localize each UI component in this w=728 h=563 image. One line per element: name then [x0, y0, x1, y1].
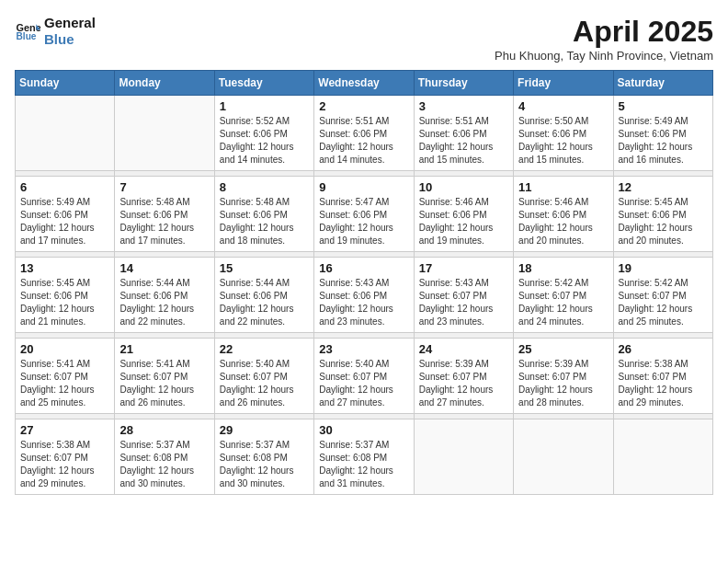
day-number: 7 [119, 180, 209, 194]
day-number: 22 [220, 342, 309, 356]
calendar-week-row: 20Sunrise: 5:41 AM Sunset: 6:07 PM Dayli… [16, 339, 713, 414]
calendar-cell: 30Sunrise: 5:37 AM Sunset: 6:08 PM Dayli… [314, 419, 414, 495]
calendar-cell [16, 96, 115, 171]
calendar-cell: 6Sunrise: 5:49 AM Sunset: 6:06 PM Daylig… [16, 177, 115, 252]
weekday-header-row: SundayMondayTuesdayWednesdayThursdayFrid… [16, 71, 713, 96]
page-header: General Blue GeneralBlue April 2025 Phu … [15, 15, 713, 63]
day-number: 5 [619, 99, 708, 113]
day-info: Sunrise: 5:37 AM Sunset: 6:08 PM Dayligh… [319, 439, 408, 490]
calendar-cell: 29Sunrise: 5:37 AM Sunset: 6:08 PM Dayli… [214, 419, 313, 495]
day-number: 19 [619, 261, 708, 275]
day-info: Sunrise: 5:37 AM Sunset: 6:08 PM Dayligh… [220, 439, 309, 490]
calendar-cell: 23Sunrise: 5:40 AM Sunset: 6:07 PM Dayli… [314, 339, 414, 414]
day-info: Sunrise: 5:46 AM Sunset: 6:06 PM Dayligh… [518, 196, 608, 247]
calendar-cell [613, 419, 712, 495]
month-title: April 2025 [495, 15, 713, 49]
day-info: Sunrise: 5:49 AM Sunset: 6:06 PM Dayligh… [20, 196, 109, 247]
calendar-cell: 12Sunrise: 5:45 AM Sunset: 6:06 PM Dayli… [613, 177, 712, 252]
day-info: Sunrise: 5:44 AM Sunset: 6:06 PM Dayligh… [220, 277, 309, 328]
day-number: 4 [518, 99, 608, 113]
calendar-cell: 8Sunrise: 5:48 AM Sunset: 6:06 PM Daylig… [214, 177, 313, 252]
calendar-cell: 16Sunrise: 5:43 AM Sunset: 6:06 PM Dayli… [314, 258, 414, 333]
calendar-cell: 25Sunrise: 5:39 AM Sunset: 6:07 PM Dayli… [514, 339, 613, 414]
day-info: Sunrise: 5:40 AM Sunset: 6:07 PM Dayligh… [319, 358, 408, 409]
day-number: 21 [119, 342, 209, 356]
calendar-week-row: 13Sunrise: 5:45 AM Sunset: 6:06 PM Dayli… [16, 258, 713, 333]
calendar-cell: 22Sunrise: 5:40 AM Sunset: 6:07 PM Dayli… [214, 339, 313, 414]
calendar-cell: 5Sunrise: 5:49 AM Sunset: 6:06 PM Daylig… [613, 96, 712, 171]
calendar-week-row: 6Sunrise: 5:49 AM Sunset: 6:06 PM Daylig… [16, 177, 713, 252]
calendar-cell: 13Sunrise: 5:45 AM Sunset: 6:06 PM Dayli… [16, 258, 115, 333]
logo-icon: General Blue [15, 18, 40, 44]
calendar-cell [414, 419, 513, 495]
day-info: Sunrise: 5:39 AM Sunset: 6:07 PM Dayligh… [518, 358, 608, 409]
calendar-cell: 11Sunrise: 5:46 AM Sunset: 6:06 PM Dayli… [514, 177, 613, 252]
day-number: 2 [319, 99, 408, 113]
calendar-cell: 2Sunrise: 5:51 AM Sunset: 6:06 PM Daylig… [314, 96, 414, 171]
calendar-cell: 3Sunrise: 5:51 AM Sunset: 6:06 PM Daylig… [414, 96, 513, 171]
svg-text:Blue: Blue [17, 31, 37, 41]
calendar-cell: 26Sunrise: 5:38 AM Sunset: 6:07 PM Dayli… [613, 339, 712, 414]
weekday-header-saturday: Saturday [613, 71, 712, 96]
day-info: Sunrise: 5:39 AM Sunset: 6:07 PM Dayligh… [419, 358, 508, 409]
day-number: 17 [419, 261, 508, 275]
day-number: 29 [220, 423, 309, 437]
calendar-cell: 4Sunrise: 5:50 AM Sunset: 6:06 PM Daylig… [514, 96, 613, 171]
day-info: Sunrise: 5:51 AM Sunset: 6:06 PM Dayligh… [319, 115, 408, 167]
logo: General Blue GeneralBlue [15, 15, 96, 48]
title-block: April 2025 Phu Khuong, Tay Ninh Province… [495, 15, 713, 63]
day-number: 14 [119, 261, 209, 275]
day-info: Sunrise: 5:46 AM Sunset: 6:06 PM Dayligh… [419, 196, 508, 247]
day-number: 30 [319, 423, 408, 437]
day-number: 6 [20, 180, 109, 194]
calendar-cell [514, 419, 613, 495]
calendar-cell: 24Sunrise: 5:39 AM Sunset: 6:07 PM Dayli… [414, 339, 513, 414]
day-info: Sunrise: 5:52 AM Sunset: 6:06 PM Dayligh… [220, 115, 309, 167]
calendar-cell: 27Sunrise: 5:38 AM Sunset: 6:07 PM Dayli… [16, 419, 115, 495]
day-number: 13 [20, 261, 109, 275]
calendar-cell: 21Sunrise: 5:41 AM Sunset: 6:07 PM Dayli… [115, 339, 214, 414]
calendar-cell: 15Sunrise: 5:44 AM Sunset: 6:06 PM Dayli… [214, 258, 313, 333]
calendar-cell: 14Sunrise: 5:44 AM Sunset: 6:06 PM Dayli… [115, 258, 214, 333]
day-info: Sunrise: 5:45 AM Sunset: 6:06 PM Dayligh… [619, 196, 708, 247]
day-info: Sunrise: 5:37 AM Sunset: 6:08 PM Dayligh… [119, 439, 209, 490]
day-number: 28 [119, 423, 209, 437]
day-info: Sunrise: 5:51 AM Sunset: 6:06 PM Dayligh… [419, 115, 508, 167]
day-info: Sunrise: 5:47 AM Sunset: 6:06 PM Dayligh… [319, 196, 408, 247]
calendar-week-row: 1Sunrise: 5:52 AM Sunset: 6:06 PM Daylig… [16, 96, 713, 171]
day-number: 8 [220, 180, 309, 194]
day-info: Sunrise: 5:42 AM Sunset: 6:07 PM Dayligh… [619, 277, 708, 328]
day-info: Sunrise: 5:38 AM Sunset: 6:07 PM Dayligh… [20, 439, 109, 490]
weekday-header-tuesday: Tuesday [214, 71, 313, 96]
day-info: Sunrise: 5:49 AM Sunset: 6:06 PM Dayligh… [619, 115, 708, 167]
logo-text: GeneralBlue [44, 15, 96, 48]
calendar-cell: 28Sunrise: 5:37 AM Sunset: 6:08 PM Dayli… [115, 419, 214, 495]
weekday-header-thursday: Thursday [414, 71, 513, 96]
day-number: 15 [220, 261, 309, 275]
day-number: 24 [419, 342, 508, 356]
day-info: Sunrise: 5:43 AM Sunset: 6:06 PM Dayligh… [319, 277, 408, 328]
day-info: Sunrise: 5:50 AM Sunset: 6:06 PM Dayligh… [518, 115, 608, 167]
weekday-header-sunday: Sunday [16, 71, 115, 96]
calendar-cell: 9Sunrise: 5:47 AM Sunset: 6:06 PM Daylig… [314, 177, 414, 252]
day-number: 10 [419, 180, 508, 194]
calendar-cell: 19Sunrise: 5:42 AM Sunset: 6:07 PM Dayli… [613, 258, 712, 333]
day-info: Sunrise: 5:45 AM Sunset: 6:06 PM Dayligh… [20, 277, 109, 328]
calendar-cell: 20Sunrise: 5:41 AM Sunset: 6:07 PM Dayli… [16, 339, 115, 414]
day-number: 26 [619, 342, 708, 356]
day-info: Sunrise: 5:44 AM Sunset: 6:06 PM Dayligh… [119, 277, 209, 328]
calendar-cell: 7Sunrise: 5:48 AM Sunset: 6:06 PM Daylig… [115, 177, 214, 252]
day-info: Sunrise: 5:43 AM Sunset: 6:07 PM Dayligh… [419, 277, 508, 328]
calendar-cell: 1Sunrise: 5:52 AM Sunset: 6:06 PM Daylig… [214, 96, 313, 171]
location-subtitle: Phu Khuong, Tay Ninh Province, Vietnam [495, 49, 713, 63]
day-number: 11 [518, 180, 608, 194]
day-number: 12 [619, 180, 708, 194]
day-info: Sunrise: 5:48 AM Sunset: 6:06 PM Dayligh… [119, 196, 209, 247]
calendar-cell [115, 96, 214, 171]
day-number: 9 [319, 180, 408, 194]
day-info: Sunrise: 5:41 AM Sunset: 6:07 PM Dayligh… [119, 358, 209, 409]
weekday-header-wednesday: Wednesday [314, 71, 414, 96]
day-number: 3 [419, 99, 508, 113]
calendar-cell: 18Sunrise: 5:42 AM Sunset: 6:07 PM Dayli… [514, 258, 613, 333]
day-info: Sunrise: 5:42 AM Sunset: 6:07 PM Dayligh… [518, 277, 608, 328]
